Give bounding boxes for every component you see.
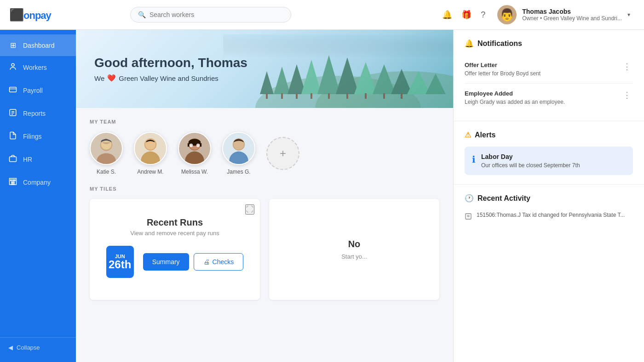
app-header: ⬛onpay 🔍 🔔 🎁 ? 👨 Thomas Jacobs Owner • G… [0, 0, 644, 30]
sidebar-item-dashboard[interactable]: ⊞ Dashboard [0, 34, 76, 56]
sidebar-item-label-workers: Workers [23, 64, 47, 71]
svg-rect-28 [281, 93, 283, 99]
run-date-day: 26th [109, 259, 131, 270]
svg-marker-21 [336, 57, 359, 94]
search-input[interactable] [150, 11, 283, 18]
sidebar-item-label-hr: HR [23, 156, 32, 163]
sidebar: ⊞ Dashboard Workers Payroll Reports [0, 30, 76, 362]
team-member-james[interactable]: James G. [222, 132, 255, 175]
svg-rect-51 [200, 143, 201, 147]
trees-svg [223, 34, 453, 108]
run-date-badge: Jun 26th [106, 246, 134, 278]
gift-icon-btn[interactable]: 🎁 [461, 10, 472, 20]
tile-recent-runs-title: Recent Runs [147, 217, 203, 228]
sidebar-item-hr[interactable]: HR [0, 148, 76, 171]
hr-icon [8, 154, 17, 164]
sidebar-item-payroll[interactable]: Payroll [0, 79, 76, 102]
checks-label: Checks [213, 258, 234, 266]
sidebar-item-label-dashboard: Dashboard [23, 42, 55, 49]
svg-marker-20 [317, 55, 340, 94]
add-member-button[interactable]: + [266, 137, 299, 170]
notif-offer-menu-icon[interactable]: ⋮ [621, 62, 633, 72]
alert-labor-day-title: Labor Day [481, 153, 580, 160]
sidebar-item-reports[interactable]: Reports [0, 102, 76, 125]
svg-point-53 [196, 144, 200, 147]
notif-offer-title: Offer Letter [465, 62, 621, 68]
recent-activity-title: 🕐 Recent Activity [465, 194, 633, 203]
my-tiles-title: MY TILES [90, 186, 439, 192]
team-member-andrew[interactable]: Andrew M. [134, 132, 167, 175]
alert-labor-day-desc: Our offices will be closed September 7th [481, 162, 580, 169]
svg-rect-30 [310, 93, 312, 99]
collapse-icon: ◀ [8, 344, 13, 351]
my-tiles-section: MY TILES ⛶ Recent Runs View and remove r… [76, 186, 453, 311]
member-name-katie: Katie S. [97, 169, 116, 175]
svg-point-52 [190, 144, 193, 147]
reports-icon [8, 108, 17, 119]
svg-rect-27 [266, 93, 268, 99]
print-icon: 🖨 [203, 258, 210, 266]
member-avatar-james [222, 132, 255, 165]
notifications-section-title: 🔔 Notifications [465, 39, 633, 48]
team-member-katie[interactable]: Katie S. [90, 132, 123, 175]
recent-activity-icon: 🕐 [465, 194, 474, 203]
help-icon-btn[interactable]: ? [481, 10, 485, 20]
summary-button[interactable]: Summary [143, 253, 189, 271]
notification-item-offer-letter: Offer Letter Offer letter for Brody Boyd… [465, 55, 633, 84]
notifications-icon-btn[interactable]: 🔔 [442, 10, 452, 20]
member-name-andrew: Andrew M. [137, 169, 163, 175]
filings-icon [8, 131, 17, 141]
sidebar-item-label-filings: Filings [23, 133, 41, 140]
user-area[interactable]: 👨 Thomas Jacobs Owner • Green Valley Win… [493, 5, 635, 24]
notif-employee-menu-icon[interactable]: ⋮ [621, 90, 633, 100]
user-info: Thomas Jacobs Owner • Green Valley Wine … [522, 8, 622, 22]
notif-offer-desc: Offer letter for Brody Boyd sent [465, 70, 621, 77]
checks-button[interactable]: 🖨 Checks [194, 253, 244, 271]
alert-warning-icon: ⚠ [465, 130, 471, 139]
search-icon: 🔍 [138, 11, 146, 18]
alerts-section: ⚠ Alerts ℹ Labor Day Our offices will be… [454, 121, 644, 185]
search-box[interactable]: 🔍 [130, 7, 291, 23]
dashboard-icon: ⊞ [8, 41, 17, 50]
payroll-icon [8, 85, 17, 96]
tile2-partial-desc: Start yo... [341, 253, 367, 260]
sidebar-item-filings[interactable]: Filings [0, 125, 76, 148]
alert-content: Labor Day Our offices will be closed Sep… [481, 153, 580, 169]
alerts-section-title: ⚠ Alerts [465, 130, 633, 139]
activity-item-text: 151506:Thomas.J Tax id changed for Penns… [477, 212, 625, 218]
tile-recent-runs-subtitle: View and remove recent pay runs [130, 230, 219, 237]
banner-company: Green Valley Wine and Sundries [119, 74, 218, 82]
logo-icon: ⬛onpay [9, 8, 51, 22]
svg-rect-9 [12, 182, 12, 185]
logo: ⬛onpay [9, 8, 51, 22]
banner-heart: ❤️ [107, 74, 116, 82]
notif-offer-content: Offer Letter Offer letter for Brody Boyd… [465, 62, 621, 77]
notif-employee-desc: Leigh Grady was added as an employee. [465, 99, 621, 105]
tile-recent-runs: ⛶ Recent Runs View and remove recent pay… [90, 199, 260, 300]
user-name: Thomas Jacobs [522, 8, 622, 15]
svg-rect-13 [14, 180, 15, 181]
activity-item-icon [465, 213, 472, 221]
tile-expand-icon[interactable]: ⛶ [245, 204, 254, 215]
chevron-down-icon: ▾ [627, 11, 630, 18]
member-avatar-andrew [134, 132, 167, 165]
alert-info-icon: ℹ [472, 154, 476, 165]
my-team-section: MY TEAM Katie S. [76, 108, 453, 186]
tile-run-row: Jun 26th Summary 🖨 Checks [106, 246, 244, 278]
main-layout: ⊞ Dashboard Workers Payroll Reports [0, 30, 644, 362]
avatar: 👨 [497, 5, 517, 24]
sidebar-item-company[interactable]: Company [0, 171, 76, 194]
tile-second: No Start yo... [269, 199, 439, 300]
svg-rect-12 [12, 180, 13, 181]
user-role: Owner • Green Valley Wine and Sundri... [522, 15, 622, 22]
svg-rect-35 [401, 93, 402, 99]
svg-rect-50 [188, 143, 190, 147]
banner-sub-text: We [94, 74, 104, 82]
svg-rect-29 [296, 93, 298, 99]
member-avatar-melissa [178, 132, 211, 165]
svg-point-0 [12, 63, 14, 66]
sidebar-item-workers[interactable]: Workers [0, 56, 76, 79]
collapse-button[interactable]: ◀ Collapse [0, 337, 76, 357]
svg-rect-36 [223, 34, 453, 57]
team-member-melissa[interactable]: Melissa W. [178, 132, 211, 175]
